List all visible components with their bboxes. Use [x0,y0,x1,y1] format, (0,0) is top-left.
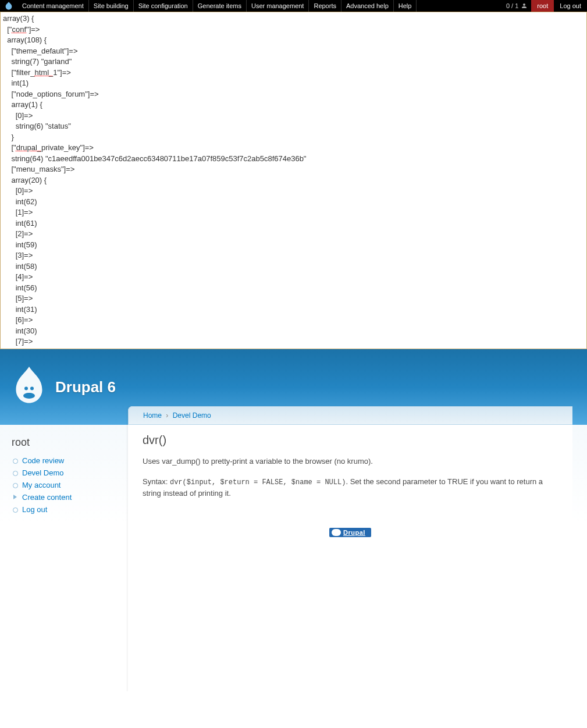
sidebar-nav-item[interactable]: Log out [12,503,119,516]
admin-menu-item[interactable]: Help [394,0,417,12]
current-user-button[interactable]: root [531,0,554,12]
sidebar-nav-link[interactable]: Log out [22,505,47,514]
devel-output-line: [0]=> [3,186,584,197]
admin-menu: Content managementSite buildingSite conf… [0,0,587,12]
site-name[interactable]: Drupal 6 [55,378,116,396]
sidebar-left: root Code reviewDevel DemoMy accountCrea… [0,425,128,691]
main-content-region: Home › Devel Demo dvr() Uses var_dump() … [128,406,572,691]
devel-output-line: array(108) { [3,35,584,46]
sidebar-nav-link[interactable]: Code review [22,456,64,465]
admin-menu-item[interactable]: Generate items [193,0,247,12]
devel-output-line: int(30) [3,326,584,337]
sidebar-nav-link[interactable]: My account [22,481,61,489]
sidebar-nav-link[interactable]: Devel Demo [22,468,64,477]
devel-output-line: int(61) [3,218,584,229]
admin-menu-item[interactable]: Site building [89,0,134,12]
admin-menu-item[interactable]: Reports [309,0,341,12]
devel-output-line: int(59) [3,240,584,251]
devel-output-line: [6]=> [3,315,584,326]
admin-menu-item[interactable]: Site configuration [134,0,193,12]
devel-output-line: string(7) "garland" [3,56,584,68]
description-paragraph: Uses var_dump() to pretty-print a variab… [143,456,558,467]
devel-output-panel[interactable]: array(3) { ["conf"]=> array(108) { ["the… [0,12,587,349]
devel-output-line: string(64) "c1aeedffa001be347c6d2aecc634… [3,154,584,165]
devel-output-line: [2]=> [3,229,584,240]
devel-output-line: [4]=> [3,272,584,283]
devel-output-line: ["conf"]=> [3,24,584,35]
sidebar-nav-item[interactable]: Devel Demo [12,467,119,479]
devel-output-line: ["drupal_private_key"]=> [3,143,584,154]
devel-output-line: int(1) [3,78,584,89]
sidebar-block-title: root [12,436,119,449]
devel-output-line: } [3,132,584,143]
devel-output-line: array(20) { [3,175,584,186]
devel-output-line: int(62) [3,197,584,208]
devel-output-line: int(31) [3,304,584,315]
footer: Drupal [128,516,572,560]
breadcrumb: Home › Devel Demo [128,406,572,425]
devel-output-line: int(58) [3,261,584,272]
breadcrumb-home-link[interactable]: Home [143,411,162,420]
devel-output-line: string(6) "status" [3,121,584,132]
sidebar-nav-item[interactable]: My account [12,479,119,491]
devel-output-line: [5]=> [3,293,584,304]
devel-output-line: ["filter_html_1"]=> [3,68,584,79]
sidebar-nav-item[interactable]: Code review [12,454,119,467]
syntax-code: dvr($input, $return = FALSE, $name = NUL… [170,478,346,486]
breadcrumb-current-link[interactable]: Devel Demo [173,411,211,420]
users-online-count: 0 / 1 [503,2,531,9]
logout-button[interactable]: Log out [554,0,587,12]
page-body: Drupal 6 root Code reviewDevel DemoMy ac… [0,349,587,691]
sidebar-nav-item[interactable]: Create content [12,491,119,503]
devel-output-line: ["node_options_forum"]=> [3,89,584,100]
drupal-logo-icon[interactable] [12,367,47,407]
devel-output-line: [3]=> [3,250,584,261]
admin-menu-item[interactable]: User management [247,0,309,12]
devel-output-line: [1]=> [3,207,584,218]
devel-output-line: int(56) [3,283,584,294]
svg-point-2 [30,387,34,390]
devel-output-line: [7]=> [3,336,584,347]
sidebar-nav-link[interactable]: Create content [22,493,72,502]
devel-output-line: array(3) { [3,13,584,24]
devel-output-line: [0]=> [3,111,584,122]
powered-by-drupal-badge[interactable]: Drupal [329,528,371,537]
svg-point-0 [23,393,35,399]
svg-point-1 [24,387,28,390]
devel-output-line: ["theme_default"]=> [3,46,584,57]
breadcrumb-separator: › [166,411,168,420]
syntax-paragraph: Syntax: dvr($input, $return = FALSE, $na… [143,476,558,499]
devel-output-line: array(1) { [3,100,584,111]
devel-output-line: ["menu_masks"]=> [3,164,584,175]
page-title: dvr() [143,434,558,447]
admin-menu-item[interactable]: Advanced help [341,0,394,12]
drupal-icon[interactable] [3,0,15,12]
admin-menu-item[interactable]: Content management [17,0,89,12]
